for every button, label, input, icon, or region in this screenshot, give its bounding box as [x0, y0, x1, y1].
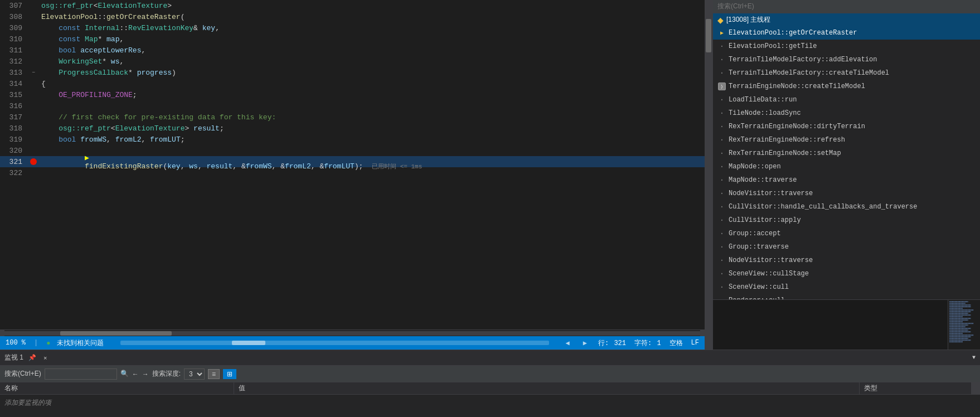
stack-text-0: ElevationPool::getOrCreateRaster: [729, 29, 857, 37]
watch-body: 添加要监视的项: [0, 395, 980, 417]
stack-item-11[interactable]: · MapNode::traverse: [713, 173, 980, 187]
status-bar: 100 % | ● 未找到相关问题 ◀ ▶ 行: 321: [0, 336, 705, 350]
line-content-312: WorkingSet* ws,: [39, 57, 705, 66]
stack-text-17: NodeVisitor::traverse: [729, 256, 813, 264]
dot-icon-11: ·: [720, 176, 724, 185]
breakpoint-321: [30, 158, 37, 165]
watch-vscrollbar[interactable]: [971, 382, 980, 394]
stack-icon-6: ·: [717, 109, 726, 118]
watch-search-input[interactable]: [45, 368, 117, 380]
col-value: 值: [234, 382, 860, 394]
stack-item-15[interactable]: · Group::accept: [713, 227, 980, 240]
stack-text-9: RexTerrainEngineNode::setMap: [729, 149, 841, 157]
stack-item-18[interactable]: · SceneView::cullStage: [713, 267, 980, 280]
line-number-314: 314: [0, 80, 28, 88]
line-number-308: 308: [0, 13, 28, 21]
stack-text-12: NodeVisitor::traverse: [729, 190, 813, 197]
editor-vscrollbar[interactable]: [705, 0, 712, 350]
stack-item-8[interactable]: · RexTerrainEngineNode::refresh: [713, 133, 980, 147]
stack-icon-13: ·: [717, 202, 726, 211]
stack-item-2[interactable]: · TerrainTileModelFactory::addElevation: [713, 53, 980, 66]
status-arrow-left: ◀: [566, 339, 570, 347]
collapse-icon-313[interactable]: −: [32, 70, 35, 76]
stack-text-3: TerrainTileModelFactory::createTileModel: [729, 69, 889, 77]
line-content-309: const Internal::RevElevationKey& key,: [39, 24, 705, 32]
stack-text-4: TerrainEngineNode::createTileModel: [729, 83, 865, 90]
stack-item-6[interactable]: · TileNode::loadSync: [713, 106, 980, 120]
search-icon: 🔍: [120, 370, 129, 378]
depth-select[interactable]: 3 1 2 4 5: [184, 368, 205, 380]
line-content-321: ▶ findExistingRaster(key, ws, result, &f…: [39, 145, 705, 179]
stack-item-12[interactable]: · NodeVisitor::traverse: [713, 187, 980, 200]
code-line-313: 313 − ProgressCallback* progress): [0, 67, 705, 78]
line-content-313: ProgressCallback* progress): [39, 69, 705, 77]
dot-icon-5: ·: [720, 95, 724, 104]
stack-text-7: RexTerrainEngineNode::dirtyTerrain: [729, 123, 865, 130]
line-content-317: // first check for pre-existing data for…: [39, 113, 705, 122]
right-search-input[interactable]: [717, 2, 976, 10]
nav-back-button[interactable]: ←: [132, 370, 139, 378]
watch-search-label: 搜索(Ctrl+E): [4, 369, 41, 379]
line-number-316: 316: [0, 102, 28, 110]
vscrollbar-thumb[interactable]: [706, 19, 711, 52]
line-number-317: 317: [0, 113, 28, 122]
stack-item-7[interactable]: · RexTerrainEngineNode::dirtyTerrain: [713, 120, 980, 133]
stack-item-1[interactable]: · ElevationPool::getTile: [713, 40, 980, 53]
toolbar-btn-2[interactable]: ⊞: [223, 369, 236, 379]
indicator-313: −: [28, 70, 39, 76]
watch-area: 监视 1 📌 × ▼ 搜索(Ctrl+E) 🔍 ← → 搜索深度: 3 1 2 …: [0, 350, 980, 417]
stack-item-4[interactable]: ⟩ TerrainEngineNode::createTileModel: [713, 80, 980, 93]
watch-pin-button[interactable]: 📌: [26, 353, 38, 362]
code-line-314: 314 {: [0, 78, 705, 89]
line-content-311: bool acceptLowerRes,: [39, 46, 705, 55]
stack-item-0[interactable]: ▶ ElevationPool::getOrCreateRaster: [713, 26, 980, 40]
status-scrollbar[interactable]: [120, 341, 549, 345]
stack-item-16[interactable]: · Group::traverse: [713, 240, 980, 254]
toolbar-btn-1[interactable]: ≡: [208, 369, 220, 379]
line-content-307: osg::ref_ptr<ElevationTexture>: [39, 2, 705, 10]
stack-item-5[interactable]: · LoadTileData::run: [713, 93, 980, 106]
stack-item-17[interactable]: · NodeVisitor::traverse: [713, 254, 980, 267]
dot-icon-15: ·: [720, 229, 724, 238]
nav-forward-button[interactable]: →: [142, 370, 149, 378]
stack-item-14[interactable]: · CullVisitor::apply: [713, 214, 980, 227]
stack-icon-18: ·: [717, 269, 726, 278]
stack-item-10[interactable]: · MapNode::open: [713, 160, 980, 173]
line-number-312: 312: [0, 57, 28, 66]
col-info: 字符: 1: [634, 338, 661, 348]
watch-panel-header: 监视 1 📌 × ▼: [0, 350, 980, 366]
special-icon-4: ⟩: [718, 83, 726, 90]
stack-icon-12: ·: [717, 189, 726, 198]
watch-add-item[interactable]: 添加要监视的项: [0, 395, 980, 411]
line-number-321: 321: [0, 158, 28, 166]
stack-item-13[interactable]: · CullVisitor::handle_cull_callbacks_and…: [713, 200, 980, 214]
watch-title: 监视 1: [4, 353, 23, 362]
dot-icon-1: ·: [720, 42, 724, 50]
call-stack-list[interactable]: ▶ ElevationPool::getOrCreateRaster · Ele…: [713, 26, 980, 299]
stack-text-19: SceneView::cull: [729, 283, 789, 291]
dot-icon-7: ·: [720, 122, 724, 131]
ok-indicator: ● 未找到相关问题: [46, 338, 103, 348]
watch-close-button[interactable]: ×: [41, 353, 49, 362]
line-content-315: OE_PROFILING_ZONE;: [39, 91, 705, 99]
thread-label: [13008] 主线程: [726, 15, 770, 25]
stack-icon-11: ·: [717, 176, 726, 185]
minimap-area: ████████████████████████████ ███████████…: [713, 299, 980, 350]
stack-icon-3: ·: [717, 69, 726, 77]
stack-text-5: LoadTileData::run: [729, 96, 797, 104]
stack-item-20[interactable]: · Renderer::cull: [713, 294, 980, 299]
line-ending: LF: [691, 339, 699, 347]
h-scrollbar[interactable]: [0, 329, 705, 336]
dot-icon-10: ·: [720, 162, 724, 171]
stack-item-9[interactable]: · RexTerrainEngineNode::setMap: [713, 147, 980, 160]
dot-icon-16: ·: [720, 243, 724, 251]
code-line-308: 308 ElevationPool::getOrCreateRaster(: [0, 11, 705, 22]
depth-label: 搜索深度:: [152, 369, 181, 379]
stack-text-14: CullVisitor::apply: [729, 216, 801, 224]
no-problems-text: 未找到相关问题: [57, 340, 104, 347]
stack-item-19[interactable]: · SceneView::cull: [713, 280, 980, 294]
row-info: 行: 321: [598, 338, 626, 348]
dot-icon-14: ·: [720, 216, 724, 225]
stack-item-3[interactable]: · TerrainTileModelFactory::createTileMod…: [713, 66, 980, 80]
arrow-icon: ▶: [720, 30, 724, 36]
